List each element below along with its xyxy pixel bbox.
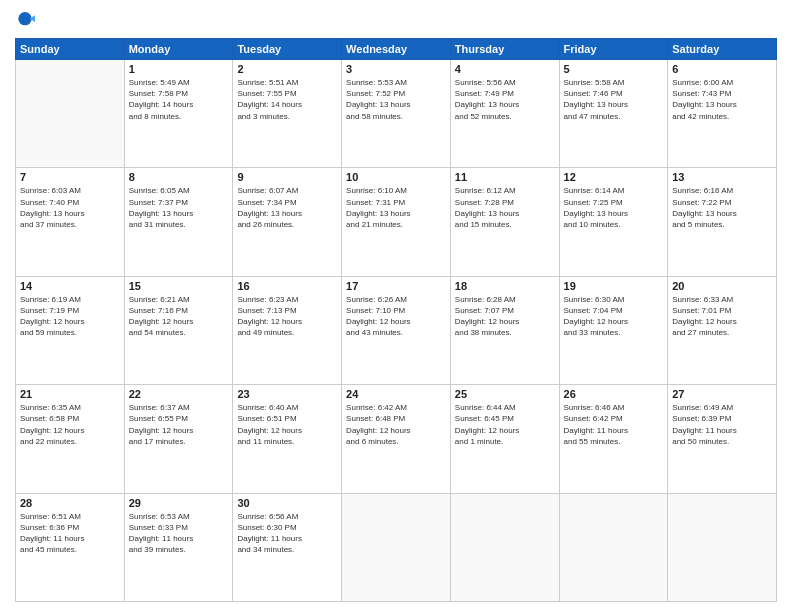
day-info: Sunrise: 6:40 AM Sunset: 6:51 PM Dayligh… [237, 402, 337, 447]
day-number: 18 [455, 280, 555, 292]
calendar-cell: 15Sunrise: 6:21 AM Sunset: 7:16 PM Dayli… [124, 276, 233, 384]
weekday-header-row: SundayMondayTuesdayWednesdayThursdayFrid… [16, 39, 777, 60]
weekday-header-tuesday: Tuesday [233, 39, 342, 60]
day-info: Sunrise: 6:16 AM Sunset: 7:22 PM Dayligh… [672, 185, 772, 230]
day-number: 23 [237, 388, 337, 400]
calendar-cell: 14Sunrise: 6:19 AM Sunset: 7:19 PM Dayli… [16, 276, 125, 384]
calendar-cell: 16Sunrise: 6:23 AM Sunset: 7:13 PM Dayli… [233, 276, 342, 384]
week-row-3: 21Sunrise: 6:35 AM Sunset: 6:58 PM Dayli… [16, 385, 777, 493]
calendar-cell: 13Sunrise: 6:16 AM Sunset: 7:22 PM Dayli… [668, 168, 777, 276]
day-number: 15 [129, 280, 229, 292]
calendar-cell: 5Sunrise: 5:58 AM Sunset: 7:46 PM Daylig… [559, 60, 668, 168]
weekday-header-sunday: Sunday [16, 39, 125, 60]
day-info: Sunrise: 6:28 AM Sunset: 7:07 PM Dayligh… [455, 294, 555, 339]
week-row-2: 14Sunrise: 6:19 AM Sunset: 7:19 PM Dayli… [16, 276, 777, 384]
day-info: Sunrise: 6:44 AM Sunset: 6:45 PM Dayligh… [455, 402, 555, 447]
day-number: 28 [20, 497, 120, 509]
calendar-cell [668, 493, 777, 601]
calendar-cell: 20Sunrise: 6:33 AM Sunset: 7:01 PM Dayli… [668, 276, 777, 384]
calendar-cell: 21Sunrise: 6:35 AM Sunset: 6:58 PM Dayli… [16, 385, 125, 493]
day-info: Sunrise: 6:12 AM Sunset: 7:28 PM Dayligh… [455, 185, 555, 230]
day-info: Sunrise: 6:49 AM Sunset: 6:39 PM Dayligh… [672, 402, 772, 447]
day-number: 8 [129, 171, 229, 183]
day-info: Sunrise: 6:35 AM Sunset: 6:58 PM Dayligh… [20, 402, 120, 447]
calendar-cell: 23Sunrise: 6:40 AM Sunset: 6:51 PM Dayli… [233, 385, 342, 493]
day-number: 30 [237, 497, 337, 509]
day-number: 16 [237, 280, 337, 292]
day-info: Sunrise: 5:58 AM Sunset: 7:46 PM Dayligh… [564, 77, 664, 122]
calendar-cell: 9Sunrise: 6:07 AM Sunset: 7:34 PM Daylig… [233, 168, 342, 276]
calendar-cell: 2Sunrise: 5:51 AM Sunset: 7:55 PM Daylig… [233, 60, 342, 168]
day-number: 17 [346, 280, 446, 292]
calendar-cell: 3Sunrise: 5:53 AM Sunset: 7:52 PM Daylig… [342, 60, 451, 168]
day-number: 26 [564, 388, 664, 400]
weekday-header-friday: Friday [559, 39, 668, 60]
day-info: Sunrise: 6:10 AM Sunset: 7:31 PM Dayligh… [346, 185, 446, 230]
day-number: 1 [129, 63, 229, 75]
calendar-cell: 22Sunrise: 6:37 AM Sunset: 6:55 PM Dayli… [124, 385, 233, 493]
calendar-cell: 7Sunrise: 6:03 AM Sunset: 7:40 PM Daylig… [16, 168, 125, 276]
logo-icon [15, 10, 35, 30]
day-number: 29 [129, 497, 229, 509]
day-info: Sunrise: 5:53 AM Sunset: 7:52 PM Dayligh… [346, 77, 446, 122]
day-number: 22 [129, 388, 229, 400]
day-number: 10 [346, 171, 446, 183]
calendar-cell: 11Sunrise: 6:12 AM Sunset: 7:28 PM Dayli… [450, 168, 559, 276]
day-number: 6 [672, 63, 772, 75]
day-number: 3 [346, 63, 446, 75]
weekday-header-wednesday: Wednesday [342, 39, 451, 60]
header [15, 10, 777, 30]
day-number: 9 [237, 171, 337, 183]
calendar-cell [16, 60, 125, 168]
day-number: 2 [237, 63, 337, 75]
calendar-cell: 1Sunrise: 5:49 AM Sunset: 7:58 PM Daylig… [124, 60, 233, 168]
day-info: Sunrise: 6:07 AM Sunset: 7:34 PM Dayligh… [237, 185, 337, 230]
calendar-cell: 25Sunrise: 6:44 AM Sunset: 6:45 PM Dayli… [450, 385, 559, 493]
day-number: 4 [455, 63, 555, 75]
calendar-cell: 29Sunrise: 6:53 AM Sunset: 6:33 PM Dayli… [124, 493, 233, 601]
day-info: Sunrise: 6:42 AM Sunset: 6:48 PM Dayligh… [346, 402, 446, 447]
day-info: Sunrise: 5:51 AM Sunset: 7:55 PM Dayligh… [237, 77, 337, 122]
calendar-cell: 10Sunrise: 6:10 AM Sunset: 7:31 PM Dayli… [342, 168, 451, 276]
weekday-header-saturday: Saturday [668, 39, 777, 60]
day-info: Sunrise: 6:19 AM Sunset: 7:19 PM Dayligh… [20, 294, 120, 339]
day-number: 5 [564, 63, 664, 75]
calendar-cell: 4Sunrise: 5:56 AM Sunset: 7:49 PM Daylig… [450, 60, 559, 168]
day-info: Sunrise: 6:21 AM Sunset: 7:16 PM Dayligh… [129, 294, 229, 339]
day-info: Sunrise: 6:30 AM Sunset: 7:04 PM Dayligh… [564, 294, 664, 339]
day-info: Sunrise: 6:14 AM Sunset: 7:25 PM Dayligh… [564, 185, 664, 230]
calendar-cell: 28Sunrise: 6:51 AM Sunset: 6:36 PM Dayli… [16, 493, 125, 601]
day-info: Sunrise: 6:46 AM Sunset: 6:42 PM Dayligh… [564, 402, 664, 447]
day-info: Sunrise: 5:56 AM Sunset: 7:49 PM Dayligh… [455, 77, 555, 122]
calendar-cell [342, 493, 451, 601]
calendar-cell: 18Sunrise: 6:28 AM Sunset: 7:07 PM Dayli… [450, 276, 559, 384]
week-row-1: 7Sunrise: 6:03 AM Sunset: 7:40 PM Daylig… [16, 168, 777, 276]
calendar-cell: 6Sunrise: 6:00 AM Sunset: 7:43 PM Daylig… [668, 60, 777, 168]
day-number: 20 [672, 280, 772, 292]
weekday-header-thursday: Thursday [450, 39, 559, 60]
calendar-cell: 27Sunrise: 6:49 AM Sunset: 6:39 PM Dayli… [668, 385, 777, 493]
svg-point-0 [18, 12, 31, 25]
day-info: Sunrise: 6:56 AM Sunset: 6:30 PM Dayligh… [237, 511, 337, 556]
day-info: Sunrise: 6:33 AM Sunset: 7:01 PM Dayligh… [672, 294, 772, 339]
week-row-4: 28Sunrise: 6:51 AM Sunset: 6:36 PM Dayli… [16, 493, 777, 601]
calendar-cell: 17Sunrise: 6:26 AM Sunset: 7:10 PM Dayli… [342, 276, 451, 384]
day-number: 24 [346, 388, 446, 400]
calendar-table: SundayMondayTuesdayWednesdayThursdayFrid… [15, 38, 777, 602]
logo [15, 10, 39, 30]
day-info: Sunrise: 6:05 AM Sunset: 7:37 PM Dayligh… [129, 185, 229, 230]
calendar-cell: 24Sunrise: 6:42 AM Sunset: 6:48 PM Dayli… [342, 385, 451, 493]
day-info: Sunrise: 5:49 AM Sunset: 7:58 PM Dayligh… [129, 77, 229, 122]
day-info: Sunrise: 6:51 AM Sunset: 6:36 PM Dayligh… [20, 511, 120, 556]
calendar-cell: 19Sunrise: 6:30 AM Sunset: 7:04 PM Dayli… [559, 276, 668, 384]
day-number: 19 [564, 280, 664, 292]
week-row-0: 1Sunrise: 5:49 AM Sunset: 7:58 PM Daylig… [16, 60, 777, 168]
day-info: Sunrise: 6:23 AM Sunset: 7:13 PM Dayligh… [237, 294, 337, 339]
day-info: Sunrise: 6:26 AM Sunset: 7:10 PM Dayligh… [346, 294, 446, 339]
day-number: 14 [20, 280, 120, 292]
calendar-cell [450, 493, 559, 601]
calendar-cell: 30Sunrise: 6:56 AM Sunset: 6:30 PM Dayli… [233, 493, 342, 601]
page: SundayMondayTuesdayWednesdayThursdayFrid… [0, 0, 792, 612]
calendar-cell: 12Sunrise: 6:14 AM Sunset: 7:25 PM Dayli… [559, 168, 668, 276]
weekday-header-monday: Monday [124, 39, 233, 60]
